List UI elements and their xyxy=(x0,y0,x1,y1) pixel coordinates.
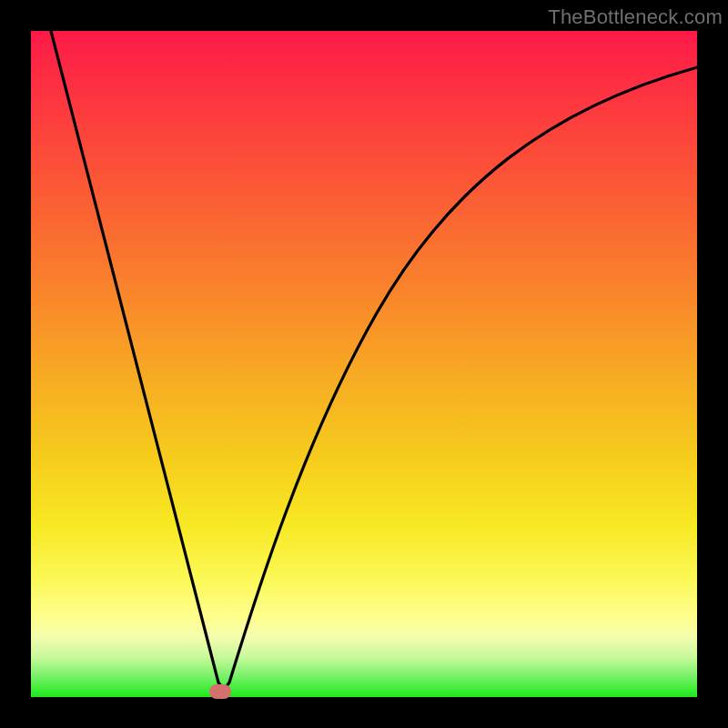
plot-area xyxy=(31,31,697,697)
chart-frame: TheBottleneck.com xyxy=(0,0,728,728)
bottleneck-curve xyxy=(31,31,697,697)
attribution-text: TheBottleneck.com xyxy=(548,5,723,29)
min-point-marker xyxy=(209,684,231,699)
